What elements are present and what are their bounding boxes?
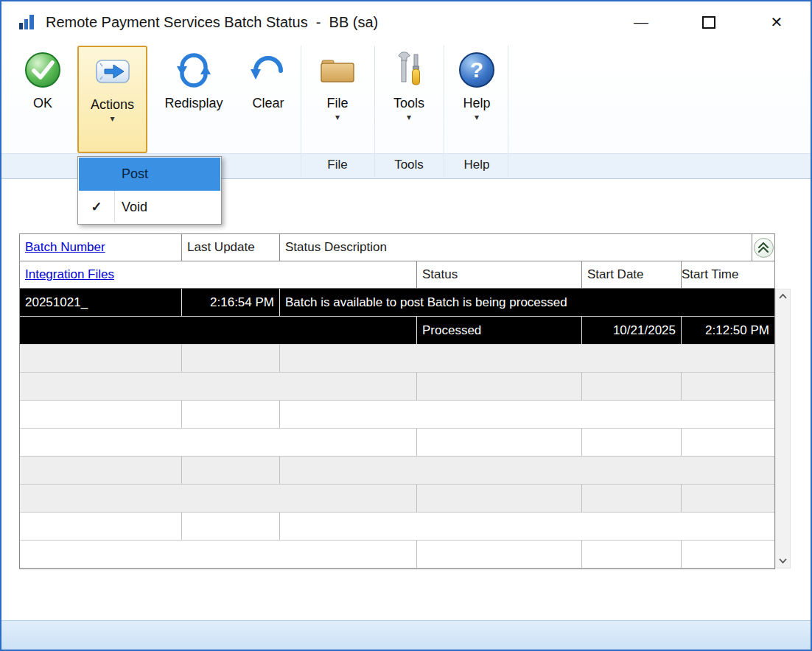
menu-item-void-label: Void (122, 200, 147, 215)
close-icon: ✕ (771, 13, 783, 31)
redisplay-button[interactable]: Redisplay (151, 46, 237, 153)
window-title: Remote Payment Services Batch Status - B… (46, 14, 378, 31)
grid-header-row-2: Integration Files Status Start Date Star… (20, 261, 774, 289)
empty-cell[interactable] (417, 429, 582, 456)
empty-cell[interactable] (280, 401, 774, 428)
app-window: Remote Payment Services Batch Status - B… (0, 0, 812, 651)
cell-start-date[interactable]: 10/21/2025 (582, 317, 682, 344)
empty-cell[interactable] (280, 513, 774, 540)
empty-batch-row[interactable] (20, 345, 774, 373)
ok-button[interactable]: OK (10, 46, 75, 153)
header-integration-files[interactable]: Integration Files (20, 261, 417, 288)
actions-dropdown-menu: Post ✓ Void (77, 156, 222, 225)
chevron-up-icon (779, 294, 787, 299)
cell-status[interactable]: Processed (417, 317, 582, 344)
empty-integration-row[interactable] (20, 485, 774, 513)
empty-cell[interactable] (682, 429, 774, 456)
batch-row-selected[interactable]: 20251021_ 2:16:54 PM Batch is available … (20, 289, 774, 317)
scroll-down-button[interactable] (776, 554, 790, 568)
file-button-label: File (304, 96, 371, 111)
scrollbar-track[interactable] (776, 303, 790, 554)
empty-cell[interactable] (280, 345, 774, 372)
empty-cell[interactable] (182, 345, 280, 372)
header-status: Status (417, 261, 582, 288)
app-logo-icon (18, 13, 37, 32)
empty-cell[interactable] (182, 401, 280, 428)
empty-cell[interactable] (582, 485, 682, 512)
empty-cell[interactable] (20, 457, 182, 484)
empty-cell[interactable] (182, 457, 280, 484)
close-button[interactable]: ✕ (762, 9, 791, 35)
expand-rows-button[interactable] (754, 238, 774, 258)
integration-file-row-selected[interactable]: Processed 10/21/2025 2:12:50 PM (20, 317, 774, 345)
empty-cell[interactable] (280, 457, 774, 484)
clear-button[interactable]: Clear (238, 46, 298, 153)
header-status-description: Status Description (280, 234, 752, 261)
batch-status-grid: Batch Number Last Update Status Descript… (19, 233, 775, 569)
actions-button[interactable]: Actions ▾ (77, 46, 147, 153)
empty-cell[interactable] (20, 345, 182, 372)
window-controls: — ✕ (626, 9, 791, 35)
double-chevron-up-icon (757, 242, 770, 253)
cell-start-time[interactable]: 2:12:50 PM (682, 317, 774, 344)
file-button[interactable]: File ▾ (304, 46, 371, 153)
grid-scrollbar[interactable] (775, 289, 791, 569)
chevron-down-icon: ▾ (79, 115, 146, 122)
integration-files-link[interactable]: Integration Files (25, 267, 114, 282)
cell-batch-number[interactable]: 20251021_ (20, 289, 182, 316)
empty-cell[interactable] (20, 429, 417, 456)
header-start-date: Start Date (582, 261, 682, 288)
help-button-label: Help (446, 96, 508, 111)
menu-item-post[interactable]: Post (79, 158, 220, 191)
cell-status-description[interactable]: Batch is available to post Batch is bein… (280, 289, 774, 316)
clear-icon (238, 46, 298, 94)
empty-batch-row[interactable] (20, 457, 774, 485)
redisplay-button-label: Redisplay (151, 96, 237, 111)
group-label-tools: Tools (377, 158, 441, 172)
empty-integration-row[interactable] (20, 429, 774, 457)
help-button[interactable]: ? Help ▾ (446, 46, 508, 153)
cell-integration-file[interactable] (20, 317, 417, 344)
empty-cell[interactable] (20, 513, 182, 540)
maximize-button[interactable] (694, 9, 724, 35)
empty-batch-row[interactable] (20, 513, 774, 541)
tools-button[interactable]: Tools ▾ (377, 46, 441, 153)
tools-button-label: Tools (377, 96, 441, 111)
empty-integration-row[interactable] (20, 541, 774, 569)
chevron-down-icon (779, 558, 787, 563)
batch-number-link[interactable]: Batch Number (25, 240, 105, 255)
empty-cell[interactable] (682, 541, 774, 568)
empty-cell[interactable] (417, 485, 582, 512)
ribbon-separator (508, 46, 508, 177)
empty-cell[interactable] (682, 373, 774, 400)
header-start-time: Start Time (682, 261, 774, 288)
menu-item-void[interactable]: ✓ Void (79, 191, 220, 223)
ribbon-separator (374, 46, 375, 177)
ok-icon (10, 46, 75, 94)
empty-integration-row[interactable] (20, 373, 774, 401)
empty-cell[interactable] (582, 541, 682, 568)
empty-cell[interactable] (582, 429, 682, 456)
minimize-icon: — (634, 14, 648, 31)
scroll-up-button[interactable] (776, 289, 790, 303)
empty-cell[interactable] (682, 485, 774, 512)
redisplay-icon (151, 46, 237, 94)
minimize-button[interactable]: — (626, 9, 656, 35)
chevron-down-icon: ▾ (377, 113, 441, 121)
header-last-update: Last Update (182, 234, 280, 261)
empty-cell[interactable] (20, 401, 182, 428)
empty-cell[interactable] (20, 541, 417, 568)
cell-last-update[interactable]: 2:16:54 PM (182, 289, 280, 316)
empty-cell[interactable] (182, 513, 280, 540)
group-label-help: Help (446, 158, 508, 172)
help-icon: ? (446, 46, 508, 94)
empty-cell[interactable] (582, 373, 682, 400)
header-batch-number[interactable]: Batch Number (20, 234, 182, 261)
empty-cell[interactable] (417, 373, 582, 400)
empty-cell[interactable] (20, 373, 417, 400)
empty-cell[interactable] (20, 485, 417, 512)
empty-batch-row[interactable] (20, 401, 774, 429)
clear-button-label: Clear (238, 96, 298, 111)
grid-header-row-1: Batch Number Last Update Status Descript… (20, 234, 774, 261)
empty-cell[interactable] (417, 541, 582, 568)
